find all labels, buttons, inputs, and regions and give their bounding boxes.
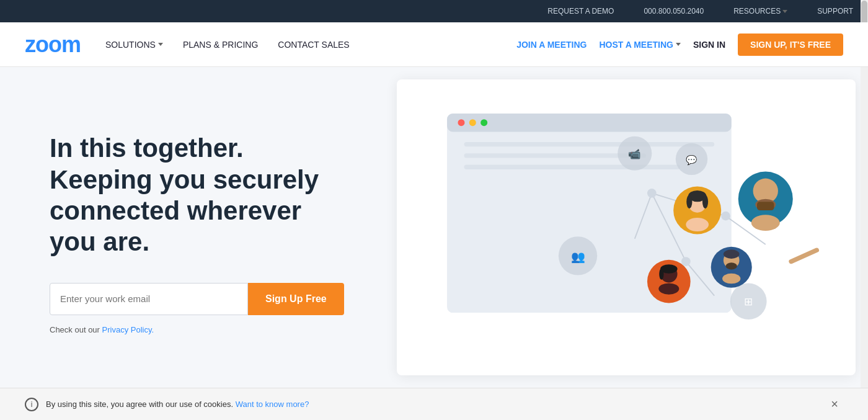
phone-link[interactable]: 000.800.050.2040	[644, 7, 704, 16]
svg-rect-30	[757, 202, 774, 210]
request-demo-link[interactable]: REQUEST A DEMO	[547, 7, 614, 16]
svg-point-26	[702, 195, 708, 208]
support-link[interactable]: SUPPORT	[817, 7, 853, 16]
cookie-close-button[interactable]: ×	[826, 397, 843, 411]
logo[interactable]: zoom	[25, 32, 81, 58]
host-meeting-chevron-icon	[676, 43, 681, 46]
svg-point-4	[480, 119, 487, 126]
contact-sales-nav-item[interactable]: CONTACT SALES	[278, 40, 349, 50]
hero-section: In this together. Keeping you securely c…	[0, 67, 868, 388]
svg-point-42	[647, 189, 657, 198]
solutions-chevron-icon	[158, 43, 163, 46]
chevron-down-icon	[782, 10, 787, 13]
svg-text:📹: 📹	[628, 148, 641, 161]
svg-point-31	[751, 215, 780, 231]
svg-point-40	[726, 262, 737, 269]
svg-rect-5	[464, 142, 715, 146]
join-meeting-link[interactable]: JOIN A MEETING	[516, 40, 587, 50]
svg-point-36	[658, 283, 679, 294]
svg-line-45	[791, 250, 817, 261]
svg-point-25	[686, 195, 692, 208]
svg-point-35	[659, 269, 663, 280]
nav-right: JOIN A MEETING HOST A MEETING SIGN IN SI…	[516, 34, 843, 56]
hero-title: In this together. Keeping you securely c…	[50, 133, 347, 258]
privacy-text: Check out our Privacy Policy.	[50, 325, 347, 334]
signup-nav-button[interactable]: SIGN UP, IT'S FREE	[738, 34, 843, 56]
svg-point-41	[722, 274, 740, 284]
cookie-info-icon: i	[25, 398, 38, 411]
svg-point-3	[469, 119, 476, 126]
svg-text:💬: 💬	[686, 154, 698, 166]
email-input[interactable]	[50, 283, 248, 315]
cookie-more-link[interactable]: Want to know more?	[236, 400, 309, 409]
signup-free-button[interactable]: Sign Up Free	[248, 283, 344, 315]
host-meeting-link[interactable]: HOST A MEETING	[599, 40, 681, 50]
cookie-banner: i By using this site, you agree with our…	[0, 388, 868, 420]
svg-point-23	[686, 218, 709, 231]
svg-rect-1	[447, 114, 732, 132]
sign-in-link[interactable]: SIGN IN	[693, 40, 725, 50]
svg-point-2	[458, 119, 464, 126]
resources-link[interactable]: RESOURCES	[733, 7, 787, 16]
svg-text:👥: 👥	[571, 250, 585, 264]
email-form: Sign Up Free	[50, 283, 347, 315]
hero-right: 📹 👥 ⊞ 💬	[397, 79, 856, 375]
hero-left: In this together. Keeping you securely c…	[0, 67, 397, 388]
nav-left: SOLUTIONS PLANS & PRICING CONTACT SALES	[105, 40, 516, 50]
svg-text:⊞: ⊞	[744, 296, 753, 307]
svg-point-39	[724, 249, 740, 259]
solutions-nav-item[interactable]: SOLUTIONS	[105, 40, 163, 50]
svg-point-43	[721, 212, 730, 221]
main-nav: zoom SOLUTIONS PLANS & PRICING CONTACT S…	[0, 22, 868, 67]
svg-point-44	[681, 257, 691, 266]
hero-illustration: 📹 👥 ⊞ 💬	[397, 79, 856, 375]
privacy-policy-link[interactable]: Privacy Policy.	[102, 325, 154, 334]
cookie-text: By using this site, you agree with our u…	[46, 400, 818, 409]
svg-rect-7	[464, 165, 681, 169]
utility-bar: REQUEST A DEMO 000.800.050.2040 RESOURCE…	[0, 0, 868, 22]
plans-pricing-nav-item[interactable]: PLANS & PRICING	[183, 40, 258, 50]
